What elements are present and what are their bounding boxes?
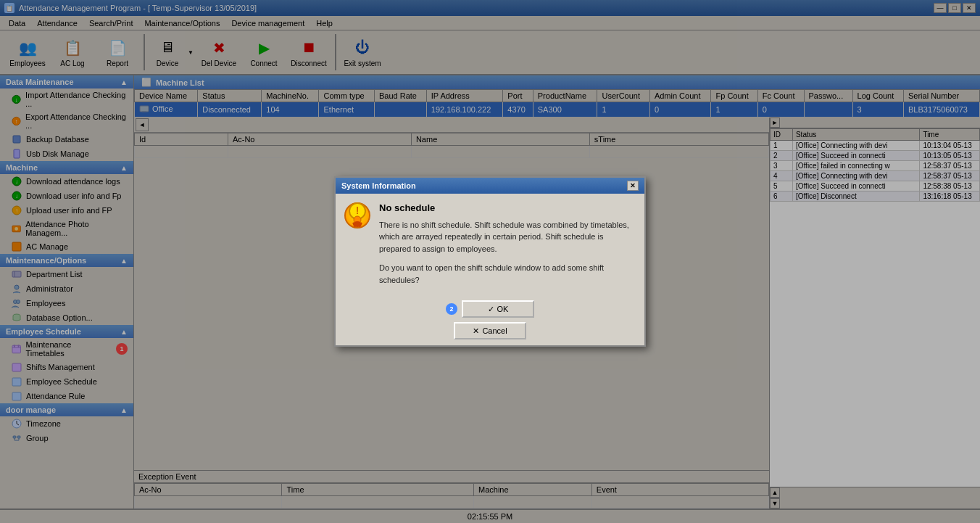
modal-body1: There is no shift schedule. Shift schedu… [379, 219, 636, 255]
modal-buttons: 2 ✓ OK ✕ Cancel [336, 295, 644, 345]
cancel-label: Cancel [482, 326, 507, 335]
modal-title-text: System Information [341, 181, 416, 190]
modal-text-area: No schedule There is no shift schedule. … [379, 202, 636, 287]
warning-icon: ! [344, 202, 370, 228]
ok-label: OK [497, 305, 509, 313]
modal-heading: No schedule [379, 202, 636, 213]
svg-text:!: ! [356, 205, 360, 216]
modal-body2: Do you want to open the shift schdule wi… [379, 262, 636, 286]
cancel-x-icon: ✕ [473, 326, 479, 336]
modal-close-button[interactable]: ✕ [627, 181, 639, 191]
modal-icon-area: ! [344, 202, 370, 287]
modal-cancel-button[interactable]: ✕ Cancel [454, 322, 526, 339]
modal-badge: 2 [446, 303, 457, 315]
modal-ok-button[interactable]: ✓ OK [462, 300, 534, 318]
modal-title-bar: System Information ✕ [336, 178, 644, 194]
modal-overlay: System Information ✕ ! No schedule [0, 0, 980, 523]
modal-content: ! No schedule There is no shift schedule… [336, 194, 644, 295]
system-information-modal: System Information ✕ ! No schedule [334, 176, 646, 347]
ok-check-icon: ✓ [488, 305, 494, 314]
